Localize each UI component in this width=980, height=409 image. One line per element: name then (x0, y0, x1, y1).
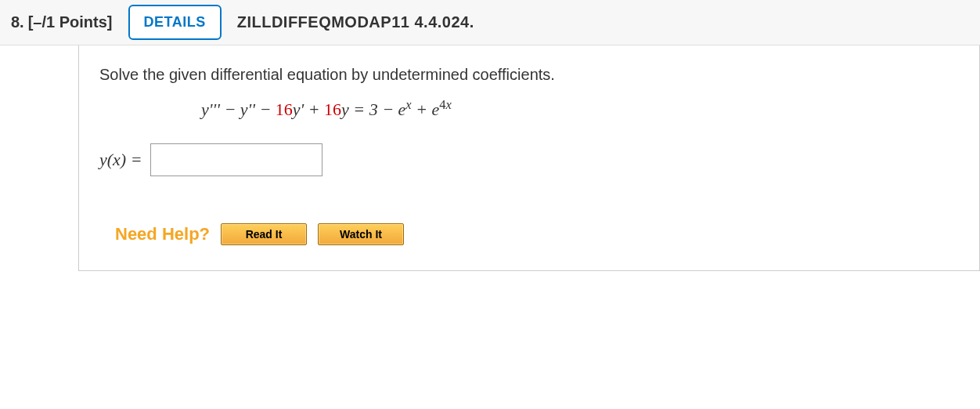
answer-input[interactable] (150, 143, 322, 176)
question-number-points: 8. [–/1 Points] (11, 13, 113, 31)
eq-lhs-mid: y' + (293, 100, 324, 119)
question-prompt: Solve the given differential equation by… (99, 66, 959, 84)
differential-equation: y''' − y'' − 16y' + 16y = 3 − ex + e4x (99, 100, 959, 120)
eq-plus: + e (412, 100, 440, 119)
eq-lhs-post: y = 3 − e (341, 100, 405, 119)
eq-exp2-num: 4 (439, 97, 445, 112)
need-help-label: Need Help? (115, 224, 210, 244)
question-number: 8. (11, 13, 24, 31)
eq-coef-red1: 16 (276, 100, 293, 119)
question-reference: ZILLDIFFEQMODAP11 4.4.024. (237, 13, 474, 31)
question-header: 8. [–/1 Points] DETAILS ZILLDIFFEQMODAP1… (0, 0, 980, 45)
eq-exp1: x (405, 97, 411, 112)
eq-lhs-pre: y''' − y'' − (201, 100, 276, 119)
question-points: [–/1 Points] (28, 13, 113, 31)
help-row: Need Help? Read It Watch It (99, 223, 959, 245)
watch-it-button[interactable]: Watch It (318, 223, 404, 245)
eq-exp2-var: x (446, 97, 452, 112)
eq-exp2: 4x (439, 97, 452, 112)
read-it-button[interactable]: Read It (221, 223, 307, 245)
eq-coef-red2: 16 (324, 100, 341, 119)
answer-row: y(x) = (99, 143, 959, 176)
question-body: Solve the given differential equation by… (78, 45, 980, 271)
answer-label: y(x) = (99, 150, 142, 170)
details-button[interactable]: DETAILS (128, 5, 222, 40)
